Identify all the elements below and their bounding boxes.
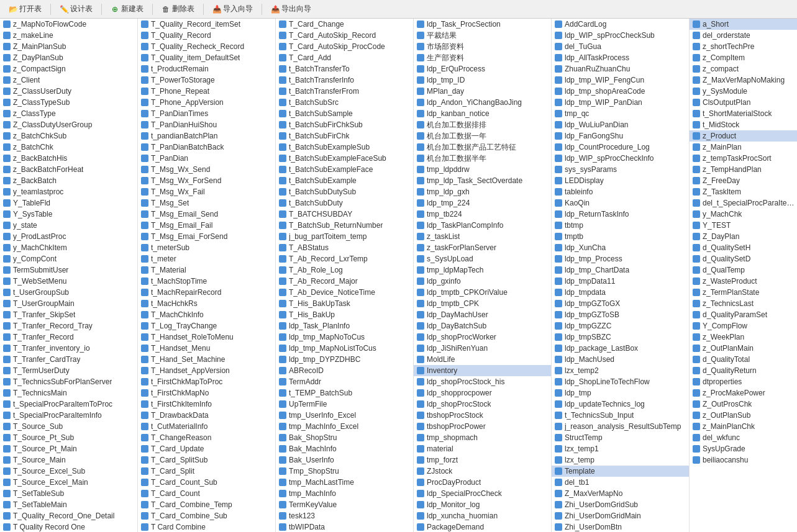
list-item[interactable]: t_BatchTransferTo [276,63,413,74]
list-item[interactable]: Z_OutProsChk [690,399,797,410]
list-item[interactable]: T_Phone_Repeat [138,86,275,97]
open-table-button[interactable]: 📂 打开表 [4,2,47,16]
list-item[interactable]: T_Card_Count [138,488,275,499]
list-item[interactable]: ZhuanRuZhuanChu [552,63,689,74]
list-item[interactable]: ldp_tmptb_CPKOriValue [414,287,551,298]
list-item[interactable]: d_QualTemp [690,264,797,276]
list-item[interactable]: d_QualityReturn [690,365,797,376]
new-table-button[interactable]: ⊕ 新建表 [106,2,148,16]
list-item[interactable]: ldp_ShopLineToTechFlow [552,376,689,387]
list-item[interactable]: z_TechnicsLast [690,298,797,309]
list-item[interactable]: ldp_shopProcStock [414,399,551,410]
list-item[interactable]: T_Card_SplitSub [138,454,275,466]
list-item[interactable]: z_BatchChkSub [0,130,137,142]
list-item[interactable]: z_shortTechPre [690,41,797,52]
list-item[interactable]: ldp_package_LastBox [552,343,689,354]
list-item[interactable]: Inventory [414,365,551,376]
list-item[interactable]: t_MachStopTime [138,276,275,287]
list-item[interactable]: d_QualityParamSet [690,309,797,320]
list-item[interactable]: Bak_ShopStru [276,432,413,443]
list-item[interactable]: T_Hand_Set_Machine [138,354,275,365]
list-item[interactable]: 机台加工数据产品工艺特征 [414,142,551,153]
list-item[interactable]: z_MapNoToFlowCode [0,19,137,30]
list-item[interactable]: T_Tranfer_CardTray [0,354,137,365]
list-item[interactable]: MPlan_day [414,86,551,97]
list-item[interactable]: LEDDisplay [552,175,689,186]
list-item[interactable]: t_ProductRemain [138,63,275,74]
list-item[interactable]: T_DrawbackData [138,410,275,421]
list-item[interactable]: z_Product [690,130,797,142]
list-item[interactable]: tbWIPData [276,521,413,532]
list-item[interactable]: t_TechnicsSub_Input [552,410,689,421]
list-item[interactable]: tmp_ldpMapTech [414,264,551,276]
list-item[interactable]: del_TuGua [552,41,689,52]
list-item[interactable]: z_BackBatch [0,175,137,186]
list-item[interactable]: z_taskForPlanServer [414,242,551,253]
list-item[interactable]: T_TechnicsMain [0,387,137,399]
list-item[interactable]: T Card Combine [138,521,275,532]
list-item[interactable]: material [414,443,551,454]
list-item[interactable]: T_Msg_Email_Fail [138,220,275,231]
list-item[interactable]: ldp_Andon_YiChangBaoJing [414,97,551,108]
list-item[interactable]: Z_MaxVerMapNo [552,488,689,499]
list-item[interactable]: T_Card_Combine_Temp [138,499,275,510]
list-item[interactable]: T_Source_Excel_Sub [0,466,137,477]
list-item[interactable]: ldp_tmpdata [552,287,689,298]
list-item[interactable]: T_Card_AutoSkip_Record [276,30,413,41]
list-item[interactable]: Z_TaskItem [690,186,797,197]
list-item[interactable]: y_SysModule [690,86,797,97]
list-item[interactable]: tableinfo [552,186,689,197]
list-item[interactable]: T_TermUserDuty [0,365,137,376]
list-item[interactable]: 市场部资料 [414,41,551,52]
list-item[interactable]: T_Source_Sub [0,421,137,432]
list-item[interactable]: ldp_shopProcWorker [414,331,551,343]
list-item[interactable]: ldp_tmp_Process [552,253,689,264]
list-item[interactable]: T_PanDianBatchBack [138,142,275,153]
list-item[interactable]: t_UserGroupSub [0,287,137,298]
list-item[interactable]: T_SetTableMain [0,499,137,510]
list-item[interactable]: t_MachRepairRecord [138,287,275,298]
list-item[interactable]: T_Msg_Wx_Send [138,164,275,175]
list-item[interactable]: T_Quality_Recheck_Record [138,41,275,52]
list-item[interactable]: ldp_MachUsed [552,354,689,365]
list-item[interactable]: T_Card_Add [276,52,413,63]
list-item[interactable]: lzx_temp2 [552,365,689,376]
list-item[interactable]: ldp_WIP_spProcCheckInfo [552,153,689,164]
list-item[interactable]: ldp_Task_ProcSection [414,19,551,30]
list-item[interactable]: ldp_tmpGZZC [552,320,689,331]
list-item[interactable]: ldp_shopProcStock_his [414,376,551,387]
list-item[interactable]: T_Msg_Wx_Fail [138,186,275,197]
list-item[interactable]: T_Ab_Role_Log [276,264,413,276]
list-item[interactable]: j_reason_analysis_ResultSubTemp [552,421,689,432]
list-item[interactable]: ldp_ErQuProcess [414,63,551,74]
list-item[interactable]: z_WeekPlan [690,331,797,343]
list-item[interactable]: ldp_WIP_spProcCheckSub [552,30,689,41]
list-item[interactable]: ldp_WuLiuPanDian [552,119,689,130]
list-item[interactable]: ldp_shopprocpower [414,387,551,399]
list-item[interactable]: Y_CompFlow [690,320,797,331]
list-item[interactable]: a_Short [690,19,797,30]
list-item[interactable]: z_ProcMakePower [690,387,797,399]
export-wizard-button[interactable]: 📤 导出向导 [266,2,316,16]
list-item[interactable]: del_t_SpecialProcParaItemRes [690,197,797,209]
list-item[interactable]: T_Card_Change [276,19,413,30]
list-item[interactable]: Zhi_UserDomGridMain [552,510,689,521]
list-item[interactable]: t_meterSub [138,242,275,253]
list-item[interactable]: ldp_JiShiRenYuan [414,343,551,354]
list-item[interactable]: T_PanDianHuiShou [138,119,275,130]
list-item[interactable]: z_compact [690,63,797,74]
list-item[interactable]: T_Msg_Emai_ForSend [138,231,275,242]
list-item[interactable]: StructTemp [552,432,689,443]
list-item[interactable]: ldp_gxinfo [414,276,551,287]
list-item[interactable]: d_QualitySetH [690,242,797,253]
list-item[interactable]: T_PowerToStorage [138,74,275,86]
list-item[interactable]: T_PanDian [138,153,275,164]
list-item[interactable]: del_wkfunc [690,432,797,443]
list-item[interactable]: 生产部资料 [414,52,551,63]
list-item[interactable]: ldp_tmptb_CPK [414,298,551,309]
list-item[interactable]: ABRecoID [276,365,413,376]
list-item[interactable]: y_CompCont [0,253,137,264]
list-item[interactable]: T_Handset_RoleToMenu [138,331,275,343]
list-item[interactable]: ldp_xuncha_huomian [414,510,551,521]
list-item[interactable]: T_BatchSub_ReturnNumber [276,220,413,231]
